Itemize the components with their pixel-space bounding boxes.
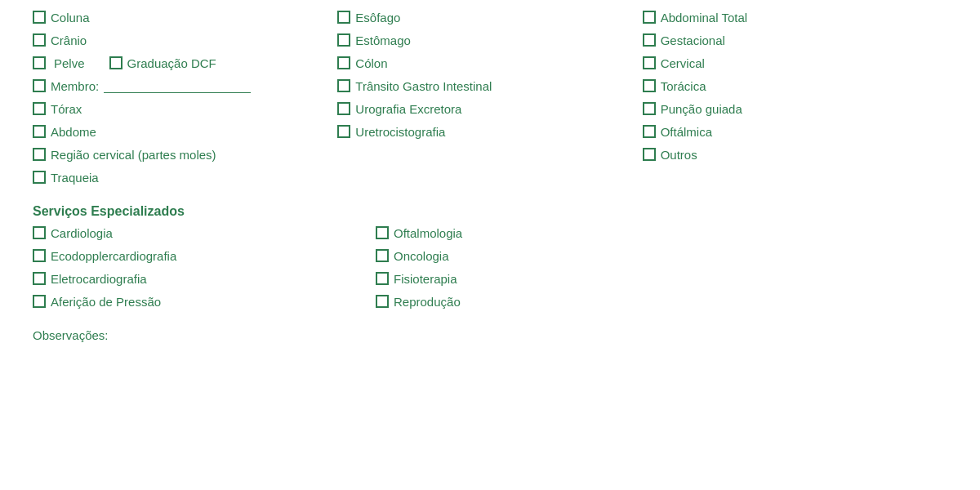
label-colon: Cólon [355, 56, 387, 70]
checkbox-fisioterapia[interactable] [376, 272, 389, 285]
checkbox-pelve[interactable] [33, 56, 46, 69]
item-puncao-guiada: Punção guiada [643, 100, 947, 118]
checkbox-estomago[interactable] [337, 33, 350, 47]
item-cervical: Cervical [643, 54, 947, 72]
checkbox-eletrocardiografia[interactable] [33, 272, 46, 285]
label-oftalmologia: Oftalmologia [394, 226, 462, 240]
checkbox-oftalmologia[interactable] [376, 226, 389, 239]
checkbox-oftalmica[interactable] [643, 125, 656, 138]
checkbox-gestacional[interactable] [643, 33, 656, 47]
item-uretrocistografia: Uretrocistografia [337, 122, 642, 140]
label-reproducao: Reprodução [394, 295, 461, 309]
label-toracica: Torácica [661, 79, 706, 93]
checkbox-uretrocistografia[interactable] [337, 125, 350, 138]
checkbox-cranio[interactable] [33, 33, 46, 47]
label-cardiologia: Cardiologia [51, 226, 113, 240]
item-gestacional: Gestacional [643, 31, 947, 49]
observacoes-label: Observações: [33, 328, 947, 342]
checkbox-regiao-cervical[interactable] [33, 148, 46, 161]
item-reproducao: Reprodução [376, 292, 662, 310]
checkbox-cardiologia[interactable] [33, 226, 46, 239]
item-afericao: Aferição de Pressão [33, 292, 376, 310]
item-esofago: Esôfago [337, 8, 642, 26]
checkbox-ecodopplercardiografia[interactable] [33, 249, 46, 262]
main-columns: Coluna Crânio Pelve Graduação DCF Membro… [33, 8, 947, 189]
item-fisioterapia: Fisioterapia [376, 270, 662, 287]
checkbox-afericao[interactable] [33, 295, 46, 308]
checkbox-esofago[interactable] [337, 11, 350, 24]
label-abdominal-total: Abdominal Total [661, 11, 747, 24]
checkbox-coluna[interactable] [33, 11, 46, 24]
label-transito: Trânsito Gastro Intestinal [355, 79, 492, 93]
item-abdominal-total: Abdominal Total [643, 8, 947, 26]
checkbox-colon[interactable] [337, 56, 350, 69]
label-membro: Membro: [51, 79, 99, 93]
checkbox-abdominal-total[interactable] [643, 11, 656, 24]
services-section: Serviços Especializados Cardiologia Ecod… [33, 204, 947, 314]
services-column-2: Oftalmologia Oncologia Fisioterapia Repr… [376, 224, 662, 314]
label-abdome: Abdome [51, 125, 96, 139]
item-oncologia: Oncologia [376, 247, 662, 265]
checkbox-reproducao[interactable] [376, 295, 389, 308]
checkbox-graduacao-dcf[interactable] [109, 56, 122, 69]
item-oftalmica: Oftálmica [643, 122, 947, 140]
checkbox-traqueia[interactable] [33, 171, 46, 184]
item-outros: Outros [643, 145, 947, 163]
label-coluna: Coluna [51, 11, 90, 24]
item-pelve: Pelve Graduação DCF [33, 54, 337, 72]
checkbox-cervical[interactable] [643, 56, 656, 69]
label-cervical: Cervical [661, 56, 705, 70]
checkbox-torax[interactable] [33, 102, 46, 115]
item-regiao-cervical: Região cervical (partes moles) [33, 145, 337, 163]
item-transito: Trânsito Gastro Intestinal [337, 77, 642, 95]
item-cranio: Crânio [33, 31, 337, 49]
item-colon: Cólon [337, 54, 642, 72]
services-title: Serviços Especializados [33, 204, 947, 219]
column-3: Abdominal Total Gestacional Cervical Tor… [643, 8, 947, 189]
checkbox-transito[interactable] [337, 79, 350, 92]
item-toracica: Torácica [643, 77, 947, 95]
checkbox-oncologia[interactable] [376, 249, 389, 262]
label-eletrocardiografia: Eletrocardiografia [51, 272, 147, 286]
label-gestacional: Gestacional [661, 33, 725, 47]
item-traqueia: Traqueia [33, 168, 337, 186]
column-1: Coluna Crânio Pelve Graduação DCF Membro… [33, 8, 337, 189]
checkbox-membro[interactable] [33, 79, 46, 92]
label-cranio: Crânio [51, 33, 87, 47]
services-column-1: Cardiologia Ecodopplercardiografia Eletr… [33, 224, 376, 314]
item-abdome: Abdome [33, 122, 337, 140]
label-ecodopplercardiografia: Ecodopplercardiografia [51, 249, 176, 263]
column-2: Esôfago Estômago Cólon Trânsito Gastro I… [337, 8, 642, 189]
label-regiao-cervical: Região cervical (partes moles) [51, 148, 216, 162]
services-columns: Cardiologia Ecodopplercardiografia Eletr… [33, 224, 947, 314]
label-puncao-guiada: Punção guiada [661, 102, 742, 116]
label-oftalmica: Oftálmica [661, 125, 712, 139]
item-urografia: Urografia Excretora [337, 100, 642, 118]
item-eletrocardiografia: Eletrocardiografia [33, 270, 376, 287]
label-estomago: Estômago [355, 33, 411, 47]
item-cardiologia: Cardiologia [33, 224, 376, 242]
membro-input[interactable] [104, 78, 251, 93]
item-torax: Tórax [33, 100, 337, 118]
label-uretrocistografia: Uretrocistografia [355, 125, 445, 139]
label-outros: Outros [661, 148, 697, 162]
item-oftalmologia: Oftalmologia [376, 224, 662, 242]
label-traqueia: Traqueia [51, 171, 99, 185]
label-afericao: Aferição de Pressão [51, 295, 161, 309]
item-coluna: Coluna [33, 8, 337, 26]
checkbox-outros[interactable] [643, 148, 656, 161]
checkbox-puncao-guiada[interactable] [643, 102, 656, 115]
label-graduacao-dcf: Graduação DCF [127, 56, 216, 70]
page: Coluna Crânio Pelve Graduação DCF Membro… [0, 0, 980, 490]
checkbox-toracica[interactable] [643, 79, 656, 92]
label-oncologia: Oncologia [394, 249, 449, 263]
label-torax: Tórax [51, 102, 82, 116]
item-estomago: Estômago [337, 31, 642, 49]
label-pelve: Pelve [54, 56, 85, 70]
checkbox-urografia[interactable] [337, 102, 350, 115]
label-urografia: Urografia Excretora [355, 102, 461, 116]
services-column-3-empty [662, 224, 947, 314]
item-ecodopplercardiografia: Ecodopplercardiografia [33, 247, 376, 265]
label-fisioterapia: Fisioterapia [394, 272, 457, 286]
checkbox-abdome[interactable] [33, 125, 46, 138]
